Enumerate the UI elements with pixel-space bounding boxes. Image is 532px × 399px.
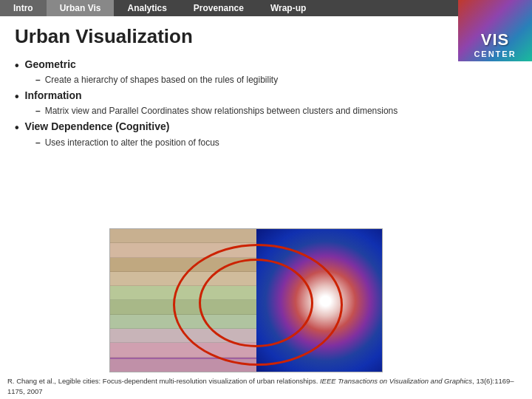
row-9 xyxy=(110,343,258,357)
sub-bullet-view-dependence-1: – Uses interaction to alter the position… xyxy=(35,137,443,148)
citation-journal: IEEE Transactions on Visualization and G… xyxy=(320,377,472,385)
left-panel xyxy=(110,229,258,372)
logo-area: VIS CENTER xyxy=(458,0,532,61)
logo-vis-text: VIS xyxy=(481,30,509,50)
bullet-view-dependence: • View Dependence (Cognitive) – Uses int… xyxy=(15,120,443,147)
nav-item-intro[interactable]: Intro xyxy=(0,0,47,16)
right-panel xyxy=(256,229,382,372)
visualization-image xyxy=(109,228,383,372)
main-content: Urban Visualization • Geometric – Create… xyxy=(0,16,458,158)
row-3 xyxy=(110,258,258,272)
bullet-information-label: • Information xyxy=(15,89,443,103)
row-5 xyxy=(110,286,258,300)
row-1 xyxy=(110,229,258,243)
bullet-dot-1: • xyxy=(15,58,19,72)
row-4 xyxy=(110,272,258,286)
nav-item-analytics[interactable]: Analytics xyxy=(114,0,180,16)
sub-bullet-geometric-1: – Create a hierarchy of shapes based on … xyxy=(35,75,443,85)
page-title: Urban Visualization xyxy=(15,25,443,48)
bullet-view-dependence-label: • View Dependence (Cognitive) xyxy=(15,120,443,134)
left-panel-rows xyxy=(110,229,258,372)
nav-item-provenance[interactable]: Provenance xyxy=(180,0,257,16)
bullet-dot-3: • xyxy=(15,120,19,134)
row-10-parallel xyxy=(110,358,258,372)
bullet-geometric: • Geometric – Create a hierarchy of shap… xyxy=(15,58,443,85)
nav-item-urban-vis[interactable]: Urban Vis xyxy=(47,0,115,16)
row-6 xyxy=(110,300,258,314)
row-2 xyxy=(110,243,258,257)
navigation-bar: Intro Urban Vis Analytics Provenance Wra… xyxy=(0,0,532,16)
bullet-geometric-label: • Geometric xyxy=(15,58,443,72)
citation-text: R. Chang et al., Legible cities: Focus-d… xyxy=(7,376,525,396)
bullet-dot-2: • xyxy=(15,89,19,103)
row-7 xyxy=(110,315,258,329)
row-8 xyxy=(110,329,258,343)
sub-bullet-information-1: – Matrix view and Parallel Coordinates s… xyxy=(35,106,443,116)
citation-authors: R. Chang et al., Legible cities: Focus-d… xyxy=(7,377,320,385)
logo-center-text: CENTER xyxy=(474,50,516,58)
nav-item-wrap-up[interactable]: Wrap-up xyxy=(257,0,319,16)
bullet-information: • Information – Matrix view and Parallel… xyxy=(15,89,443,116)
